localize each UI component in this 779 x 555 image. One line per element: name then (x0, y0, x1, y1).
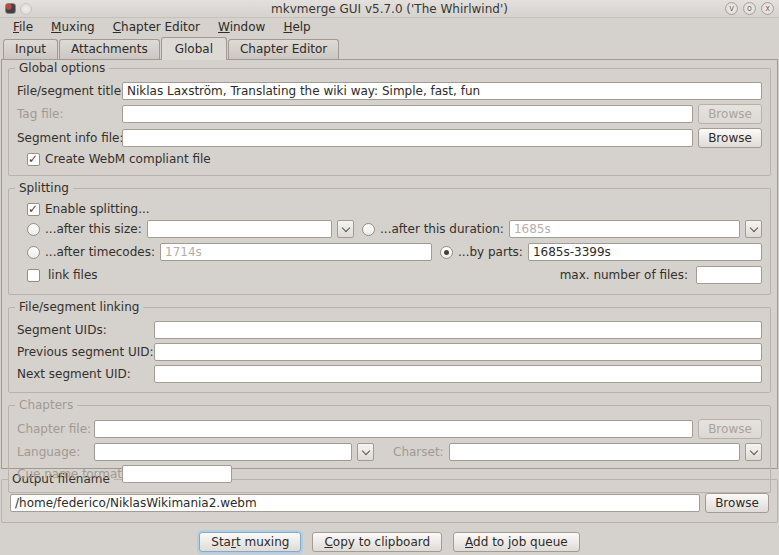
by-parts-label: ...by parts: (458, 245, 523, 259)
next-uid-row: Next segment UID: (17, 365, 762, 383)
menu-help[interactable]: Help (274, 19, 319, 35)
linking-title: File/segment linking (15, 300, 143, 314)
enable-splitting-label: Enable splitting... (45, 202, 150, 216)
after-timecodes-input[interactable] (160, 243, 432, 261)
link-files-checkbox[interactable] (27, 269, 40, 282)
titlebar-right: v o x (594, 2, 774, 15)
charset-dropdown-icon (745, 443, 762, 461)
cue-name-format-row: Cue name format: (17, 465, 762, 483)
segment-uids-label: Segment UIDs: (17, 323, 149, 337)
charset-input (449, 443, 740, 461)
add-to-job-queue-button[interactable]: Add to job queue (453, 532, 580, 552)
mkvmerge-window: mkvmerge GUI v5.7.0 ('The Whirlwind') v … (0, 0, 779, 552)
file-segment-title-label: File/segment title: (17, 84, 117, 98)
start-muxing-button[interactable]: Start muxing (199, 532, 301, 552)
by-parts-group: ...by parts: (440, 243, 762, 261)
chapter-file-label: Chapter file: (17, 422, 89, 436)
window-title: mkvmerge GUI v5.7.0 ('The Whirlwind') (185, 2, 594, 16)
language-label: Language: (17, 445, 89, 459)
webm-checkbox-label: Create WebM compliant file (45, 152, 211, 166)
after-duration-radio[interactable] (362, 223, 375, 236)
app-icon (5, 3, 16, 14)
chapter-file-row: Chapter file: Browse (17, 419, 762, 439)
language-input (94, 443, 352, 461)
linking-frame: File/segment linking Segment UIDs: Previ… (8, 307, 771, 393)
menubar: File Muxing Chapter Editor Window Help (0, 18, 779, 35)
language-dropdown-icon (357, 443, 374, 461)
chapters-title: Chapters (15, 398, 77, 412)
segment-info-file-label: Segment info file: (17, 131, 117, 145)
after-timecodes-group: ...after timecodes: (27, 243, 432, 261)
menu-chapter-editor[interactable]: Chapter Editor (104, 19, 209, 35)
maximize-button[interactable]: o (743, 2, 756, 15)
max-files-input[interactable] (696, 266, 762, 284)
splitting-frame: Splitting Enable splitting... ...after t… (8, 188, 771, 295)
after-duration-group: ...after this duration: (362, 220, 762, 238)
after-size-label: ...after this size: (45, 222, 142, 236)
after-duration-label: ...after this duration: (380, 222, 504, 236)
cue-name-format-label: Cue name format: (17, 467, 117, 481)
charset-label: Charset: (393, 445, 444, 459)
segment-info-file-row: Segment info file: Browse (17, 128, 762, 148)
menu-window[interactable]: Window (209, 19, 274, 35)
enable-splitting-checkbox[interactable] (27, 203, 40, 216)
titlebar-left (5, 3, 185, 15)
tag-file-label: Tag file: (17, 107, 117, 121)
tab-input[interactable]: Input (3, 39, 58, 59)
output-filename-input[interactable] (10, 494, 700, 512)
cue-name-format-input (122, 465, 232, 483)
after-duration-dropdown-icon[interactable] (745, 220, 762, 238)
maximize-icon: o (747, 5, 752, 13)
next-uid-input[interactable] (154, 365, 762, 383)
after-size-group: ...after this size: (27, 220, 354, 238)
output-filename-row: Browse (10, 493, 769, 513)
segment-info-file-browse-button[interactable]: Browse (698, 128, 762, 148)
max-files-label: max. number of files: (560, 268, 688, 282)
split-row-3: link files max. number of files: (27, 266, 762, 284)
by-parts-input[interactable] (528, 243, 762, 261)
splitting-title: Splitting (15, 181, 73, 195)
tab-global[interactable]: Global (161, 37, 227, 60)
after-size-dropdown-icon[interactable] (337, 220, 354, 238)
after-size-input[interactable] (147, 220, 332, 238)
tab-chapter-editor[interactable]: Chapter Editor (228, 39, 339, 59)
split-row-2: ...after timecodes: ...by parts: (27, 243, 762, 261)
menu-file[interactable]: File (4, 19, 42, 35)
previous-uid-input[interactable] (154, 343, 762, 361)
language-charset-row: Language: Charset: (17, 443, 762, 461)
close-icon: x (765, 5, 770, 13)
webm-checkbox[interactable] (27, 153, 40, 166)
tag-file-browse-button: Browse (698, 104, 762, 124)
titlebar: mkvmerge GUI v5.7.0 ('The Whirlwind') v … (0, 0, 779, 18)
after-size-radio[interactable] (27, 223, 40, 236)
close-button[interactable]: x (761, 2, 774, 15)
file-segment-title-input[interactable] (122, 82, 762, 100)
split-row-1: ...after this size: ...after this durati… (27, 220, 762, 238)
action-buttons: Start muxing Copy to clipboard Add to jo… (0, 532, 779, 552)
chapter-file-input (94, 420, 693, 438)
global-options-title: Global options (15, 61, 109, 75)
segment-uids-row: Segment UIDs: (17, 321, 762, 339)
after-timecodes-label: ...after timecodes: (45, 245, 155, 259)
chapter-file-browse-button: Browse (698, 419, 762, 439)
previous-uid-row: Previous segment UID: (17, 343, 762, 361)
segment-uids-input[interactable] (154, 321, 762, 339)
minimize-button[interactable]: v (725, 2, 738, 15)
by-parts-radio[interactable] (440, 246, 453, 259)
chapters-frame: Chapters Chapter file: Browse Language: … (8, 405, 771, 493)
enable-splitting-row: Enable splitting... (27, 202, 762, 216)
output-browse-button[interactable]: Browse (705, 493, 769, 513)
tab-attachments[interactable]: Attachments (59, 39, 160, 59)
minimize-icon: v (729, 5, 734, 13)
tag-file-row: Tag file: Browse (17, 104, 762, 124)
menu-muxing[interactable]: Muxing (42, 19, 104, 35)
tag-file-input[interactable] (122, 105, 693, 123)
segment-info-file-input[interactable] (122, 129, 693, 147)
window-menu-icon (20, 3, 32, 15)
after-timecodes-radio[interactable] (27, 246, 40, 259)
copy-to-clipboard-button[interactable]: Copy to clipboard (312, 532, 442, 552)
after-duration-input[interactable] (509, 220, 740, 238)
link-files-label: link files (48, 268, 98, 282)
webm-checkbox-row: Create WebM compliant file (27, 152, 762, 166)
global-options-frame: Global options File/segment title: Tag f… (8, 68, 771, 176)
